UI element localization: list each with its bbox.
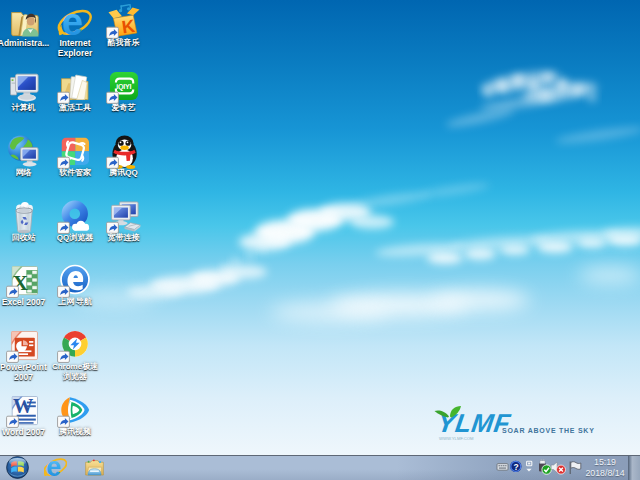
svg-text:WWW.YLMF.COM: WWW.YLMF.COM bbox=[439, 436, 474, 441]
svg-text:SOAR ABOVE THE SKY: SOAR ABOVE THE SKY bbox=[502, 427, 595, 434]
svg-text:iQIYI: iQIYI bbox=[116, 82, 131, 91]
svg-text:e: e bbox=[62, 3, 83, 39]
svg-text:W: W bbox=[12, 395, 32, 417]
svg-text:K: K bbox=[120, 16, 136, 38]
svg-text:?: ? bbox=[513, 462, 518, 472]
